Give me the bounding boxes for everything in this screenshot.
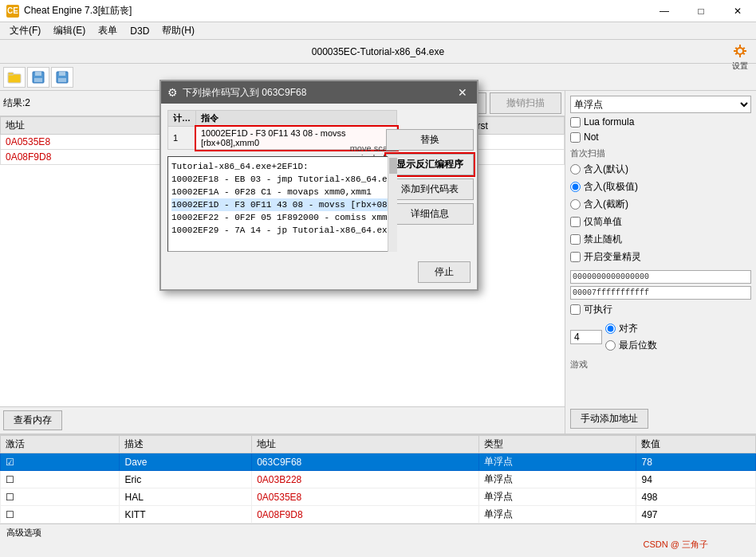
disasm-container: Tutorial-x86_64.exe+2EF1D: 10002EF18 - E… xyxy=(167,156,397,252)
opcode-dialog: ⚙ 下列操作码写入到 063C9F68 ✕ 计… 指令 1 10002EF1D … xyxy=(159,80,478,291)
disasm-line-2: 10002EF1D - F3 0F11 43 08 - movss [rbx+0… xyxy=(171,198,393,211)
dialog-buttons: 替换 显示反汇编程序 添加到代码表 详细信息 xyxy=(386,129,474,225)
count-cell: 1 xyxy=(168,127,196,150)
disasm-line-4: 10002EF29 - 7A 14 - jp Tutorial-x86_64.e… xyxy=(171,224,393,237)
show-disasm-button[interactable]: 显示反汇编程序 xyxy=(386,154,474,175)
details-button[interactable]: 详细信息 xyxy=(386,203,474,225)
dialog-body: 计… 指令 1 10002EF1D - F3 0F11 43 08 - movs… xyxy=(161,104,477,258)
disasm-view[interactable]: Tutorial-x86_64.exe+2EF1D: 10002EF18 - E… xyxy=(167,156,397,252)
stop-button[interactable]: 停止 xyxy=(418,261,471,283)
replace-button[interactable]: 替换 xyxy=(386,129,474,151)
add-to-code-button[interactable]: 添加到代码表 xyxy=(386,178,474,200)
dialog-close-button[interactable]: ✕ xyxy=(455,84,471,100)
scrollbar-thumb xyxy=(389,158,397,174)
col-count: 计… xyxy=(168,111,196,127)
dialog-title: 下列操作码写入到 063C9F68 xyxy=(183,86,455,100)
dialog-overlay: ⚙ 下列操作码写入到 063C9F68 ✕ 计… 指令 1 10002EF1D … xyxy=(0,0,756,557)
dialog-footer: 停止 xyxy=(161,258,477,289)
dialog-titlebar: ⚙ 下列操作码写入到 063C9F68 ✕ xyxy=(161,81,477,104)
disasm-scrollbar[interactable] xyxy=(388,156,397,252)
disasm-line-3: 10002EF22 - 0F2F 05 1F892000 - comiss xm… xyxy=(171,211,393,224)
dialog-icon: ⚙ xyxy=(167,86,178,99)
col-instr: 指令 xyxy=(196,111,397,127)
disasm-line-0: 10002EF18 - EB 03 - jmp Tutorial-x86_64.… xyxy=(171,173,393,186)
disasm-line-1: 10002EF1A - 0F28 C1 - movaps xmm0,xmm1 xyxy=(171,186,393,198)
disasm-label: Tutorial-x86_64.exe+2EF1D: xyxy=(171,160,393,173)
